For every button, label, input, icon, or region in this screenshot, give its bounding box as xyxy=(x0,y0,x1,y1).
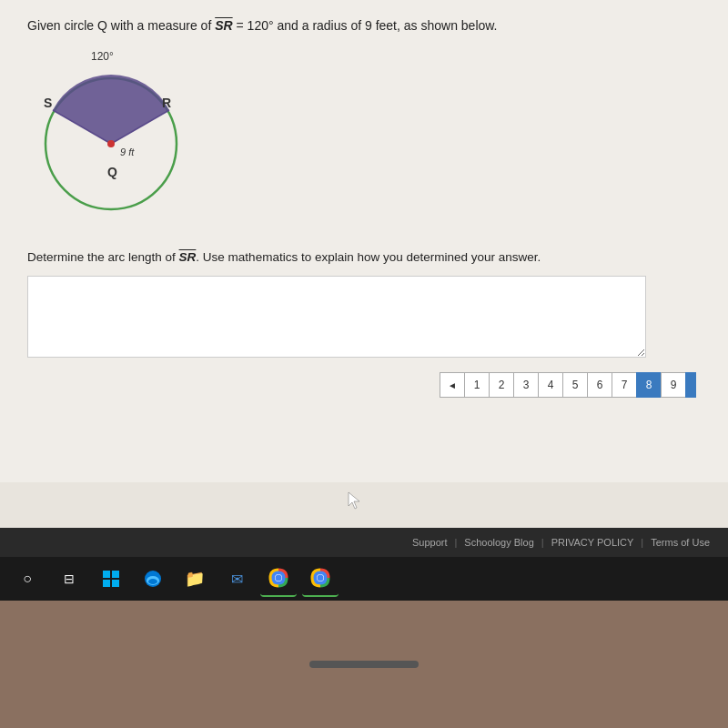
page-9-button[interactable]: 9 xyxy=(661,372,686,398)
folder-icon: 📁 xyxy=(185,569,205,589)
cursor-icon xyxy=(346,491,364,510)
question-rest: . Use mathematics to explain how you det… xyxy=(196,250,541,264)
footer-terms-link[interactable]: Terms of Use xyxy=(651,537,710,548)
taskbar-edge-button[interactable] xyxy=(135,561,171,597)
chrome-icon-2 xyxy=(310,568,330,588)
chrome-icon-1 xyxy=(268,568,288,588)
svg-point-17 xyxy=(318,575,324,581)
cursor-area xyxy=(0,482,728,528)
taskbar-chrome2-button[interactable] xyxy=(302,561,339,597)
search-circle-icon: ○ xyxy=(23,571,32,587)
taskbar-folder-button[interactable]: 📁 xyxy=(177,561,213,597)
footer-sep2: | xyxy=(541,537,544,548)
footer: Support | Schoology Blog | PRIVACY POLIC… xyxy=(0,528,728,557)
question-arc-overline: SR xyxy=(179,250,197,264)
windows-bar xyxy=(309,661,419,668)
problem-equals: = 120° xyxy=(233,18,274,33)
edge-icon xyxy=(143,569,163,589)
footer-privacy-link[interactable]: PRIVACY POLICY xyxy=(551,537,634,548)
taskbar: ○ ⊟ 📁 ✉ xyxy=(0,557,728,601)
page-1-button[interactable]: 1 xyxy=(464,372,490,398)
taskbar-windows-button[interactable] xyxy=(93,561,129,597)
svg-point-14 xyxy=(276,575,282,581)
answer-input[interactable] xyxy=(27,276,646,358)
windows-icon xyxy=(102,570,120,588)
circle-svg xyxy=(27,48,196,217)
task-view-icon: ⊟ xyxy=(64,571,75,586)
taskbar-task-view-button[interactable]: ⊟ xyxy=(51,561,87,597)
svg-rect-6 xyxy=(112,571,119,578)
radius-label: 9 ft xyxy=(120,147,134,157)
footer-sep3: | xyxy=(641,537,643,548)
bottom-decorative-area xyxy=(0,601,728,728)
taskbar-chrome1-button[interactable] xyxy=(260,561,297,597)
question-text: Determine the arc length of SR. Use math… xyxy=(27,248,701,267)
mail-icon: ✉ xyxy=(231,571,243,588)
svg-point-11 xyxy=(148,579,157,584)
answer-section xyxy=(27,276,701,358)
diagram-area: 120° S R Q 9 ft xyxy=(27,48,701,230)
footer-sep1: | xyxy=(454,537,457,548)
arc-notation-overline: SR xyxy=(215,18,232,33)
footer-blog-link[interactable]: Schoology Blog xyxy=(464,537,533,548)
problem-rest: and a radius of 9 feet, as shown below. xyxy=(274,18,498,33)
q-label: Q xyxy=(107,165,117,179)
taskbar-search-button[interactable]: ○ xyxy=(9,561,46,597)
svg-marker-4 xyxy=(349,492,359,509)
svg-rect-8 xyxy=(112,580,119,587)
pagination: ◄ 1 2 3 4 5 6 7 8 9 xyxy=(27,372,701,398)
page-5-button[interactable]: 5 xyxy=(562,372,588,398)
s-label: S xyxy=(44,96,52,110)
page-8-button[interactable]: 8 xyxy=(636,372,662,398)
page-2-button[interactable]: 2 xyxy=(489,372,514,398)
page-6-button[interactable]: 6 xyxy=(587,372,612,398)
degree-label: 120° xyxy=(91,50,114,63)
circle-diagram: 120° S R Q 9 ft xyxy=(27,48,209,230)
main-content: Given circle Q with a measure of SR = 12… xyxy=(0,0,728,482)
svg-point-3 xyxy=(107,140,115,147)
svg-rect-5 xyxy=(103,571,110,578)
page-7-button[interactable]: 7 xyxy=(612,372,637,398)
page-4-button[interactable]: 4 xyxy=(538,372,563,398)
page-3-button[interactable]: 3 xyxy=(513,372,539,398)
footer-support-link[interactable]: Support xyxy=(412,537,448,548)
problem-intro: Given circle Q with a measure of xyxy=(27,18,215,33)
svg-rect-7 xyxy=(103,580,110,587)
r-label: R xyxy=(162,96,171,110)
question-intro: Determine the arc length of xyxy=(27,250,179,264)
problem-statement: Given circle Q with a measure of SR = 12… xyxy=(27,16,701,35)
prev-page-button[interactable]: ◄ xyxy=(440,372,465,398)
taskbar-mail-button[interactable]: ✉ xyxy=(218,561,255,597)
